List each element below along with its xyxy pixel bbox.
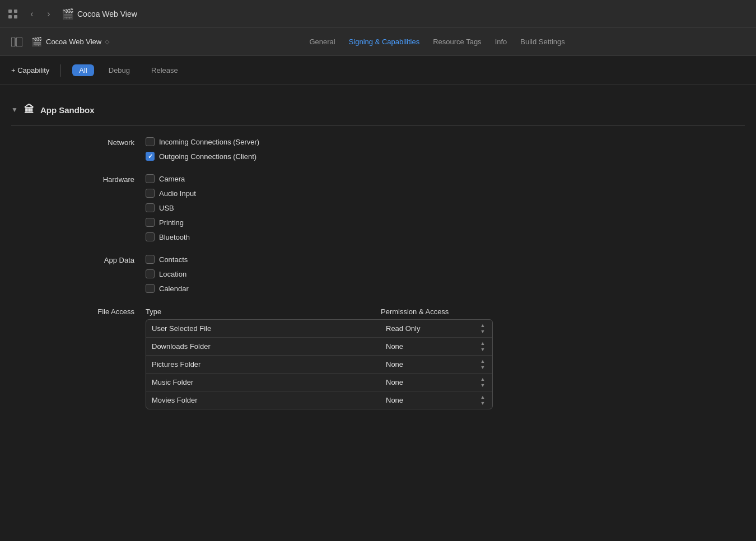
audio-input-checkbox[interactable] [146, 189, 155, 198]
table-row: User Selected File Read Only ▲ ▼ [146, 320, 492, 338]
hardware-label: Hardware [22, 174, 146, 241]
table-row: Downloads Folder None ▲ ▼ [146, 338, 492, 356]
stepper-down-icon[interactable]: ▼ [479, 400, 487, 406]
section-divider [11, 125, 745, 126]
printing-label: Printing [159, 218, 184, 227]
filter-separator [60, 64, 61, 77]
stepper-up-icon[interactable]: ▲ [479, 358, 487, 364]
permission-downloads: None ▲ ▼ [380, 338, 492, 355]
file-type-music: Music Folder [146, 375, 380, 389]
app-data-group: App Data Contacts Location Calendar [22, 255, 734, 293]
capability-bar: + Capability All Debug Release [0, 56, 756, 85]
outgoing-connections-row: Outgoing Connections (Client) [146, 152, 259, 161]
usb-row: USB [146, 203, 196, 212]
file-type-downloads: Downloads Folder [146, 339, 380, 353]
column-permission-header: Permission & Access [381, 307, 493, 316]
file-access-group: File Access Type Permission & Access Use… [22, 306, 734, 409]
stepper-music[interactable]: ▲ ▼ [479, 376, 487, 388]
stepper-up-icon[interactable]: ▲ [479, 323, 487, 328]
app-sandbox-title: App Sandbox [40, 105, 95, 115]
title-project-name: Cocoa Web View [77, 10, 137, 18]
filter-debug-button[interactable]: Debug [102, 64, 137, 76]
location-row: Location [146, 269, 189, 278]
tab-general[interactable]: General [309, 35, 335, 48]
filter-release-button[interactable]: Release [144, 64, 185, 76]
calendar-checkbox[interactable] [146, 284, 155, 293]
filter-all-button[interactable]: All [72, 64, 94, 76]
stepper-up-icon[interactable]: ▲ [479, 341, 487, 346]
audio-input-row: Audio Input [146, 189, 196, 198]
app-data-options: Contacts Location Calendar [146, 255, 189, 293]
svg-rect-2 [8, 15, 12, 18]
tab-build-settings[interactable]: Build Settings [520, 35, 565, 48]
project-selector-icon: 🎬 [31, 36, 43, 47]
contacts-checkbox[interactable] [146, 255, 155, 264]
stepper-down-icon[interactable]: ▼ [479, 329, 487, 334]
project-selector-name: Cocoa Web View [46, 38, 101, 46]
stepper-down-icon[interactable]: ▼ [479, 365, 487, 370]
network-group: Network Incoming Connections (Server) Ou… [22, 137, 734, 161]
file-access-table: Type Permission & Access User Selected F… [146, 306, 493, 409]
svg-rect-0 [8, 10, 12, 13]
stepper-down-icon[interactable]: ▼ [479, 347, 487, 352]
sidebar-toggle-button[interactable] [9, 34, 25, 50]
bluetooth-checkbox[interactable] [146, 232, 155, 241]
stepper-movies[interactable]: ▲ ▼ [479, 394, 487, 406]
location-label: Location [159, 270, 186, 278]
tab-signing[interactable]: Signing & Capabilities [349, 35, 419, 48]
table-row: Pictures Folder None ▲ ▼ [146, 356, 492, 374]
camera-label: Camera [159, 175, 185, 183]
network-options: Incoming Connections (Server) Outgoing C… [146, 137, 259, 161]
add-capability-button[interactable]: + Capability [11, 66, 49, 74]
back-arrow[interactable]: ‹ [25, 7, 39, 21]
project-selector-chevron: ◇ [105, 38, 109, 45]
file-access-label: File Access [22, 306, 146, 409]
file-type-pictures: Pictures Folder [146, 357, 380, 371]
printing-checkbox[interactable] [146, 218, 155, 227]
file-type-user-selected: User Selected File [146, 321, 380, 335]
contacts-row: Contacts [146, 255, 189, 264]
permission-movies: None ▲ ▼ [380, 391, 492, 409]
table-row: Movies Folder None ▲ ▼ [146, 391, 492, 409]
sandbox-icon: 🏛 [22, 103, 36, 116]
hardware-options: Camera Audio Input USB Printing Bluetoot… [146, 174, 196, 241]
incoming-connections-checkbox[interactable] [146, 137, 155, 146]
stepper-up-icon[interactable]: ▲ [479, 394, 487, 400]
grid-icon[interactable] [7, 8, 19, 20]
title-bar: ‹ › 🎬 Cocoa Web View [0, 0, 756, 28]
project-selector[interactable]: 🎬 Cocoa Web View ◇ [31, 36, 109, 47]
settings-area: Network Incoming Connections (Server) Ou… [0, 132, 756, 434]
svg-rect-1 [14, 10, 17, 13]
app-sandbox-section-header: ▼ 🏛 App Sandbox [0, 96, 756, 125]
audio-input-label: Audio Input [159, 189, 196, 198]
contacts-label: Contacts [159, 255, 188, 264]
calendar-label: Calendar [159, 285, 189, 293]
forward-arrow[interactable]: › [41, 7, 56, 21]
stepper-pictures[interactable]: ▲ ▼ [479, 358, 487, 370]
usb-checkbox[interactable] [146, 203, 155, 212]
location-checkbox[interactable] [146, 269, 155, 278]
sandbox-chevron-icon[interactable]: ▼ [11, 106, 18, 114]
camera-row: Camera [146, 174, 196, 183]
stepper-up-icon[interactable]: ▲ [479, 376, 487, 382]
column-type-header: Type [146, 307, 381, 316]
toolbar: 🎬 Cocoa Web View ◇ General Signing & Cap… [0, 28, 756, 56]
permission-music: None ▲ ▼ [380, 374, 492, 391]
stepper-downloads[interactable]: ▲ ▼ [479, 341, 487, 352]
bluetooth-row: Bluetooth [146, 232, 196, 241]
stepper-user-selected[interactable]: ▲ ▼ [479, 323, 487, 334]
printing-row: Printing [146, 218, 196, 227]
permission-value-user-selected: Read Only [386, 324, 420, 333]
outgoing-connections-label: Outgoing Connections (Client) [159, 152, 256, 161]
outgoing-connections-checkbox[interactable] [146, 152, 155, 161]
title-project-icon: 🎬 [62, 8, 74, 20]
stepper-down-icon[interactable]: ▼ [479, 383, 487, 388]
file-access-table-header: Type Permission & Access [146, 306, 493, 319]
network-label: Network [22, 137, 146, 161]
camera-checkbox[interactable] [146, 174, 155, 183]
tab-info[interactable]: Info [495, 35, 507, 48]
tab-resource-tags[interactable]: Resource Tags [433, 35, 481, 48]
svg-rect-3 [14, 15, 17, 18]
tab-navigation: General Signing & Capabilities Resource … [127, 35, 747, 48]
permission-value-music: None [386, 378, 403, 386]
